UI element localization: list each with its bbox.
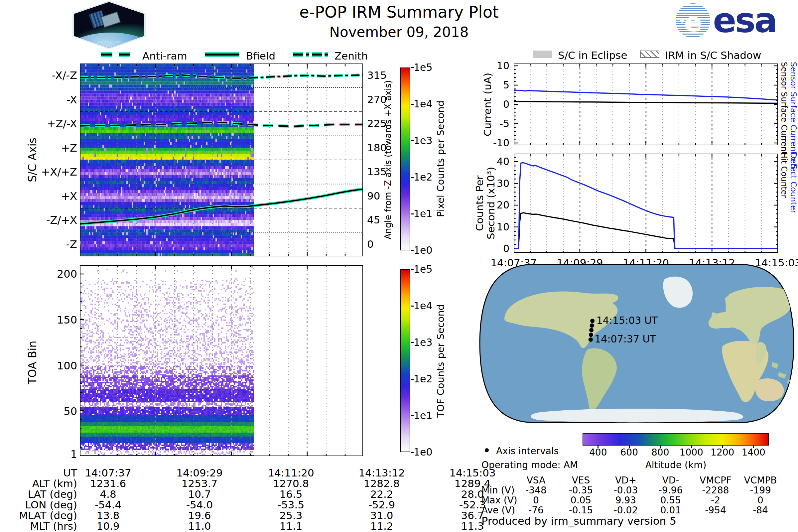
track-start-label: 14:07:37 UT [594, 333, 656, 345]
ephemeris-cell: -53.5 [244, 499, 338, 511]
angle-tick-label: 225 [367, 117, 387, 129]
pixel-colorbar-label: Pixel Counts per Second [435, 68, 446, 250]
zenith-legend-label: Zenith [335, 50, 368, 62]
voltage-col-header: VD- [647, 475, 694, 486]
ephemeris-cell: 11.1 [244, 520, 338, 532]
pixel-cb-tick-label: 1e3 [414, 135, 433, 146]
sc-axis-category-label: -Z [20, 238, 77, 251]
voltage-cell: 0 [737, 495, 784, 506]
voltage-cell: -0.35 [557, 485, 604, 496]
angle-tick-label: 45 [367, 214, 380, 226]
ephemeris-cell: -54.4 [61, 499, 155, 511]
sc-axis-category-label: +X/+Z [20, 166, 77, 178]
angle-tick-label: 315 [367, 69, 387, 81]
counts-tick-label: 30 [476, 177, 509, 189]
pixel-cb-tick-label: 1e4 [414, 98, 433, 110]
current-tick-label: 0 [476, 98, 509, 110]
counts-tick-label: 40 [476, 156, 509, 167]
voltage-cell: -9.96 [647, 485, 694, 496]
ephemeris-cell: 10.9 [61, 520, 155, 532]
ephemeris-cell: 13.8 [61, 509, 155, 521]
colorbar-tick-mark [411, 213, 414, 214]
axis-intervals-dot-icon [485, 448, 489, 452]
altitude-tick-mark [660, 445, 661, 448]
voltage-cell: 9.93 [603, 495, 649, 506]
toa-tick-label: 50 [20, 405, 77, 418]
ephemeris-cell: 1282.8 [335, 477, 428, 490]
eclipse-legend-label: S/C in Eclipse [558, 49, 627, 61]
tof-cb-tick-label: 1e0 [414, 446, 433, 458]
new-zealand [788, 402, 793, 407]
track-end-label: 14:15:03 UT [596, 315, 658, 326]
colorbar-tick-mark [411, 306, 414, 307]
altitude-colorbar-label: Altitude (km) [583, 459, 769, 471]
altitude-tick-mark [597, 445, 598, 448]
colorbar-tick-mark [411, 250, 414, 251]
sc-axis-spectrogram-overlay [80, 63, 363, 256]
tof-cb-tick-label: 1e3 [414, 337, 433, 348]
ground-track-dot [589, 328, 593, 332]
altitude-tick-mark [722, 445, 723, 448]
voltage-cell: 0.01 [647, 505, 694, 516]
epop-irm-summary-page: { "header": { "title": "e-POP IRM Summar… [0, 0, 798, 532]
sc-axis-category-label: +Z/-X [20, 117, 77, 130]
toa-tick-label: 100 [20, 359, 77, 372]
current-tick-label: -10 [476, 137, 509, 149]
tof-cb-tick-label: 1e1 [414, 410, 433, 421]
current-tick-label: 10 [476, 60, 509, 72]
ephemeris-cell: 1231.6 [61, 477, 155, 490]
ephemeris-cell: 25.3 [244, 509, 338, 521]
ephemeris-cell: 14:07:37 [61, 467, 155, 479]
current-tick-label: 5 [476, 79, 509, 91]
bfield-legend-label: Bfield [246, 50, 275, 62]
voltage-row-label: Max (V) [481, 495, 517, 506]
colorbar-tick-mark [411, 104, 414, 105]
zenith-legend-line-icon [292, 51, 329, 58]
bfield-legend-line-icon [204, 51, 241, 58]
counts-tick-label: 20 [476, 199, 509, 211]
voltage-cell: -84 [737, 505, 784, 516]
ephemeris-cell: 22.2 [335, 488, 428, 500]
sc-axis-category-label: -X [20, 93, 77, 106]
esa-logo: e esa [676, 3, 790, 39]
shadow-legend-label: IRM in S/C Shadow [665, 49, 761, 61]
angle-tick-label: 90 [367, 190, 380, 202]
ephemeris-cell: 1270.8 [244, 477, 338, 490]
sc-axis-category-label: -Z/+X [20, 214, 77, 226]
angle-tick-label: 270 [367, 93, 387, 106]
sc-axis-ylabel: S/C Axis [26, 130, 39, 190]
voltage-row-label: Ave (V) [481, 505, 515, 516]
voltage-cell: -2 [692, 495, 739, 506]
sc-axis-category-label: +Z [20, 141, 77, 154]
voltage-cell: 0.05 [557, 495, 604, 506]
ephemeris-cell: 4.8 [61, 488, 155, 500]
colorbar-tick-mark [411, 342, 414, 343]
ephemeris-cell: 16.5 [244, 488, 338, 500]
voltage-col-header: VMCPF [692, 475, 739, 486]
current-tick-label: -5 [476, 118, 509, 129]
angle-tick-label: 135 [367, 166, 387, 177]
ephemeris-cell: 14:13:12 [335, 467, 428, 479]
ephemeris-cell: 1253.7 [153, 477, 246, 490]
counts-tick-label: 0 [476, 243, 509, 254]
tof-colorbar [400, 269, 410, 452]
counts-plot-canvas [514, 154, 778, 253]
esa-globe-icon: e [676, 3, 710, 38]
ephemeris-cell: 14:15:03 [426, 467, 519, 479]
altitude-tick-label: 1400 [734, 447, 773, 458]
voltage-cell: 0 [513, 495, 559, 506]
colorbar-tick-mark [411, 140, 414, 141]
tof-colorbar-label: TOF Counts per Second [435, 269, 446, 452]
sensor-surface-current-label: Sensor Surface Current [779, 62, 789, 155]
toa-tick-label: 150 [20, 314, 77, 326]
hit-counter-line [514, 213, 778, 248]
voltage-cell: -954 [692, 505, 739, 516]
current-plot-canvas [514, 63, 778, 145]
voltage-cell: 0.55 [647, 495, 694, 506]
axis-intervals-label: Axis intervals [496, 445, 558, 457]
antarctica [531, 408, 743, 423]
esa-globe-e: e [684, 7, 702, 37]
altitude-tick-mark [753, 445, 754, 448]
ground-track-dot [589, 332, 593, 337]
colorbar-tick-mark [411, 67, 414, 68]
